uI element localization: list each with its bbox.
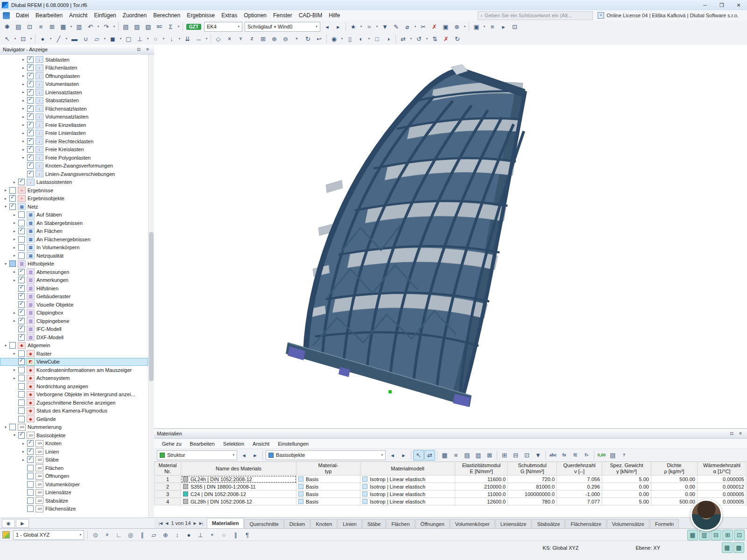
table-row[interactable]: 4GL28h | DIN 1052:2008-12BasisIsotrop | … — [155, 498, 747, 505]
tree-checkbox[interactable] — [27, 465, 34, 471]
tree-checkbox[interactable] — [27, 448, 34, 455]
tree-item-visuelle-objekte[interactable]: ▥Visuelle Objekte — [0, 301, 148, 309]
insert-solid-icon[interactable]: ◼ — [107, 34, 118, 44]
table-category-combo[interactable]: Basisobjekte▾ — [266, 450, 386, 460]
menu-cad-bim[interactable]: CAD-BIM — [296, 12, 326, 19]
density-cell[interactable]: 0.00 — [651, 483, 698, 490]
tab-liniens-tze[interactable]: Liniensätze — [495, 519, 532, 529]
float-panel-icon[interactable]: ⊡ — [135, 46, 142, 53]
tree-expand-icon[interactable]: ▸ — [20, 82, 27, 86]
tree-checkbox[interactable] — [18, 416, 25, 422]
block-library-icon[interactable]: ▣ — [440, 21, 451, 32]
tree-checkbox[interactable] — [18, 334, 25, 341]
tree-checkbox[interactable] — [18, 375, 25, 381]
menu-fenster[interactable]: Fenster — [270, 12, 296, 19]
poisson-ratio-cell[interactable]: 7.056 — [557, 476, 602, 483]
dimension-tool-icon[interactable]: ↔ — [193, 34, 204, 44]
undo-icon[interactable]: ↶ — [85, 21, 96, 32]
tree-checkbox[interactable] — [18, 358, 25, 365]
tab-volumenk-rper[interactable]: Volumenkörper — [450, 519, 495, 529]
material-model-cell[interactable]: Isotrop | Linear elastisch — [360, 476, 455, 483]
tree-expand-icon[interactable]: ▸ — [11, 319, 18, 323]
elastic-modulus-cell[interactable]: 11600.0 — [455, 476, 508, 483]
density-cell[interactable]: 500.00 — [651, 498, 698, 505]
tree-checkbox[interactable] — [18, 285, 25, 292]
tree-expand-icon[interactable]: ▸ — [20, 123, 27, 127]
tree-checkbox[interactable] — [18, 277, 25, 283]
tree-checkbox[interactable] — [18, 269, 25, 275]
tree-item-nordrichtung-anzeigen[interactable]: ◆Nordrichtung anzeigen — [0, 382, 148, 391]
object-snap-icon[interactable]: ◎ — [125, 530, 136, 540]
table-row[interactable]: 2S355 | DIN 18800-1:2008-11BasisIsotrop … — [155, 483, 747, 490]
tree-expand-icon[interactable]: ▸ — [11, 253, 18, 258]
split-horizontal-icon[interactable]: ⊟ — [711, 530, 721, 540]
specific-weight-cell[interactable]: 0.00 — [602, 490, 651, 498]
tree-item-stabsatzlasten[interactable]: ▸↓Stabsatzlasten — [0, 97, 148, 105]
tree-expand-icon[interactable]: ▾ — [2, 262, 9, 266]
camera-flight-icon[interactable]: ▸ — [498, 21, 509, 32]
tree-checkbox[interactable] — [18, 383, 25, 390]
elastic-modulus-cell[interactable]: 12600.0 — [455, 498, 508, 505]
tree-item-achsensystem[interactable]: ▸◆Achsensystem — [0, 374, 148, 383]
tree-checkbox[interactable] — [18, 179, 25, 185]
tree-checkbox[interactable] — [27, 440, 34, 447]
chevron-down-icon[interactable]: ▾ — [112, 25, 116, 28]
menu-ansicht[interactable]: Ansicht — [66, 12, 91, 19]
tree-checkbox[interactable] — [18, 391, 25, 398]
thermal-expansion-cell[interactable]: 0.000005 — [698, 476, 747, 483]
tree-checkbox[interactable] — [18, 228, 25, 234]
tree-item-clippingebene[interactable]: ▸▥Clippingebene — [0, 317, 148, 325]
density-cell[interactable]: 0.00 — [651, 490, 698, 498]
tree-expand-icon[interactable]: ▸ — [20, 74, 27, 78]
sc-generator-icon[interactable]: SC — [154, 21, 165, 32]
formula-table-icon[interactable]: f≡ — [581, 450, 592, 461]
tree-checkbox[interactable] — [9, 424, 16, 430]
chevron-down-icon[interactable]: ▾ — [103, 37, 107, 41]
tree-item-ffnungen[interactable]: 123Öffnungen — [0, 472, 148, 481]
open-model-icon[interactable]: ▤ — [13, 21, 24, 32]
view-manager-icon[interactable]: ▣ — [471, 21, 482, 32]
tree-expand-icon[interactable]: ▸ — [11, 180, 18, 184]
previous-table-icon[interactable]: ◀ — [165, 521, 168, 525]
row-number-cell[interactable]: 1 — [155, 476, 181, 483]
grid-coarse-icon[interactable]: ▩ — [733, 542, 744, 553]
materials-menu-ansicht[interactable]: Ansicht — [248, 441, 274, 447]
import-table-icon[interactable]: ▥ — [473, 450, 484, 461]
tree-item-allgemein[interactable]: ▾◆Allgemein — [0, 342, 148, 350]
tree-expand-icon[interactable]: ▸ — [11, 237, 18, 241]
tree-checkbox[interactable] — [9, 203, 16, 210]
snap-tangent-icon[interactable]: ○ — [218, 530, 229, 540]
show-results-icon[interactable]: ≈ — [364, 21, 374, 32]
poisson-ratio-cell[interactable]: -1.000 — [557, 490, 602, 498]
tree-expand-icon[interactable]: ▸ — [20, 147, 27, 152]
tree-expand-icon[interactable]: ▸ — [20, 66, 27, 70]
export-table-icon[interactable]: ▤ — [462, 450, 472, 461]
clipping-box-icon[interactable]: ▯ — [345, 34, 355, 44]
menu-optionen[interactable]: Optionen — [240, 12, 270, 19]
tree-item-stabs-tze[interactable]: 123Stabsätze — [0, 497, 148, 505]
tree-expand-icon[interactable]: ▸ — [20, 115, 27, 119]
chevron-down-icon[interactable]: ▾ — [96, 25, 100, 28]
tree-expand-icon[interactable]: ▸ — [11, 221, 18, 225]
tree-item-freie-linienlasten[interactable]: ▸↓Freie Linienlasten — [0, 129, 148, 138]
tree-expand-icon[interactable]: ▾ — [2, 425, 9, 429]
tree-item-freie-einzellasten[interactable]: ▸↓Freie Einzellasten — [0, 121, 148, 129]
tree-item-zugeschnittene-bereiche-anzeigen[interactable]: ◆Zugeschnittene Bereiche anzeigen — [0, 399, 148, 407]
load-case-combo[interactable]: EK4▾ — [204, 22, 242, 32]
previous-table-group-icon[interactable]: ◂ — [239, 450, 249, 461]
tree-expand-icon[interactable]: ▸ — [11, 351, 18, 356]
tree-checkbox[interactable] — [27, 81, 34, 87]
formula-sum-icon[interactable]: fΣ — [570, 450, 581, 461]
chevron-down-icon[interactable]: ▾ — [13, 37, 17, 41]
tree-checkbox[interactable] — [9, 342, 16, 349]
tree-expand-icon[interactable]: ▸ — [20, 106, 27, 111]
combination-wizard-icon[interactable]: Σ — [165, 21, 176, 32]
materials-menu-gehe-zu[interactable]: Gehe zu — [158, 441, 186, 447]
tree-item-basisobjekte[interactable]: ▾123Basisobjekte — [0, 431, 148, 440]
next-table-group-icon[interactable]: ▸ — [250, 450, 261, 461]
tree-checkbox[interactable] — [27, 97, 34, 104]
tree-item-hilfslinien[interactable]: ▥Hilfslinien — [0, 284, 148, 293]
tree-expand-icon[interactable]: ▾ — [2, 204, 9, 209]
tree-checkbox[interactable] — [27, 73, 34, 79]
chevron-down-icon[interactable]: ▾ — [176, 25, 181, 28]
